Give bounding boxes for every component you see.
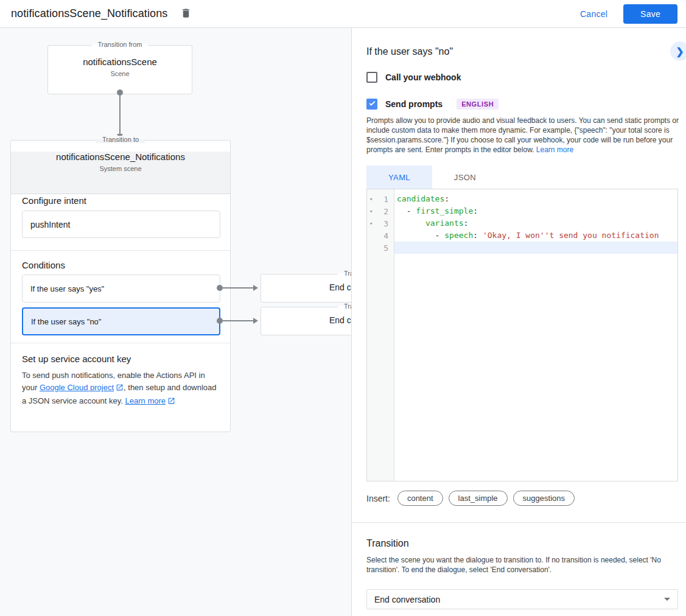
transition-from-box[interactable]: Transition from notificationsScene Scene xyxy=(47,45,192,94)
code-token-key: variants xyxy=(425,219,464,228)
send-prompts-checkbox-row[interactable]: Send prompts ENGLISH xyxy=(366,99,499,110)
line-number: 3 xyxy=(383,219,388,228)
end-conversation-box-yes[interactable]: Transition to End conversation xyxy=(261,274,352,303)
code-token-key: first_simple xyxy=(416,206,473,215)
editor-format-tabs: YAML JSON xyxy=(366,166,498,189)
connector-line xyxy=(119,95,121,134)
page-title: notificationsScene_Notifications xyxy=(11,7,167,20)
transition-to-legend: Transition to xyxy=(96,136,145,143)
connector-dot xyxy=(217,318,223,324)
from-scene-type: Scene xyxy=(48,70,192,77)
code-token-plain: : xyxy=(464,219,469,228)
cancel-button[interactable]: Cancel xyxy=(580,9,607,19)
transition-from-legend: Transition from xyxy=(92,41,149,48)
connector-line xyxy=(223,287,253,289)
code-line-active[interactable] xyxy=(394,242,677,254)
arrow-right-icon xyxy=(253,285,258,291)
code-token-string: 'Okay, I won''t send you notification xyxy=(483,231,659,240)
header: notificationsScene_Notifications Cancel … xyxy=(0,0,686,28)
to-scene-type: System scene xyxy=(11,165,230,172)
trash-icon xyxy=(180,7,192,21)
language-badge: ENGLISH xyxy=(457,99,499,110)
collapse-panel-button[interactable]: ❯ xyxy=(670,41,686,61)
gutter-line-3[interactable]: ▾3 xyxy=(367,217,394,229)
from-scene-name: notificationsScene xyxy=(48,57,192,67)
webhook-label: Call your webhook xyxy=(385,72,461,82)
to-box-header[interactable]: notificationsScene_Notifications System … xyxy=(11,152,230,194)
code-token-plain xyxy=(397,219,425,228)
end-box-legend: Transition to xyxy=(338,270,352,277)
send-prompts-checkbox[interactable] xyxy=(366,99,377,110)
code-line[interactable]: variants: xyxy=(394,217,677,229)
transition-description: Select the scene you want the dialogue t… xyxy=(366,555,679,575)
panel-title: If the user says "no" xyxy=(366,46,453,57)
line-number: 2 xyxy=(383,207,388,216)
scene-diagram-canvas: Transition from notificationsScene Scene… xyxy=(0,28,352,616)
end-conversation-box-no[interactable]: Transition to End conversation xyxy=(261,307,352,335)
delete-scene-button[interactable] xyxy=(177,5,194,23)
fold-arrow-icon[interactable]: ▾ xyxy=(369,208,373,214)
end-box-legend: Transition to xyxy=(338,303,352,310)
gutter-line-5: 5 xyxy=(367,242,394,254)
code-line[interactable]: - speech: 'Okay, I won''t send you notif… xyxy=(394,229,677,242)
connector-line xyxy=(223,320,253,321)
prompts-learn-more-link[interactable]: Learn more xyxy=(536,145,573,154)
code-editor[interactable]: ▾1▾2▾345 candidates: - first_simple: var… xyxy=(366,189,678,481)
code-token-plain: : xyxy=(473,206,478,215)
code-token-plain: - xyxy=(397,206,416,215)
webhook-checkbox[interactable] xyxy=(366,72,377,83)
section-divider xyxy=(11,343,230,343)
line-number: 1 xyxy=(383,195,388,204)
end-box-title: End conversation xyxy=(261,282,352,292)
configure-intent-heading: Configure intent xyxy=(22,195,86,206)
scene-editor-app: notificationsScene_Notifications Cancel … xyxy=(0,0,686,616)
code-token-plain: : xyxy=(444,194,449,203)
external-link-icon xyxy=(116,383,124,395)
conditions-heading: Conditions xyxy=(22,260,65,270)
transition-to-box: Transition to notificationsScene_Notific… xyxy=(10,140,231,432)
service-account-heading: Set up service account key xyxy=(22,354,131,364)
code-line[interactable]: candidates: xyxy=(394,193,677,205)
tab-yaml[interactable]: YAML xyxy=(366,166,432,189)
panel-divider xyxy=(352,522,686,523)
insert-row: Insert: content last_simple suggestions xyxy=(366,491,580,506)
transition-heading: Transition xyxy=(366,538,409,549)
save-button[interactable]: Save xyxy=(623,4,677,24)
gutter-line-4: 4 xyxy=(367,229,394,242)
checkmark-icon xyxy=(368,99,376,110)
header-actions: Cancel Save xyxy=(580,4,677,24)
fold-arrow-icon[interactable]: ▾ xyxy=(369,220,373,226)
insert-chip-last-simple[interactable]: last_simple xyxy=(449,491,508,506)
gutter-line-1[interactable]: ▾1 xyxy=(367,193,394,205)
webhook-checkbox-row[interactable]: Call your webhook xyxy=(366,72,461,83)
line-number: 5 xyxy=(383,243,388,253)
line-number: 4 xyxy=(383,231,388,240)
section-divider xyxy=(11,250,230,251)
learn-more-link[interactable]: Learn more xyxy=(125,396,166,405)
condition-detail-panel: If the user says "no" ❯ Call your webhoo… xyxy=(352,28,686,616)
service-account-text: To send push notifications, enable the A… xyxy=(22,369,222,408)
external-link-icon xyxy=(167,396,175,408)
editor-code[interactable]: candidates: - first_simple: variants: - … xyxy=(394,189,677,481)
insert-chip-suggestions[interactable]: suggestions xyxy=(513,491,575,506)
google-cloud-project-link[interactable]: Google Cloud project xyxy=(40,383,114,392)
code-token-key: candidates xyxy=(397,194,444,203)
condition-item-yes[interactable]: If the user says "yes" xyxy=(22,275,220,303)
condition-item-no[interactable]: If the user says "no" xyxy=(22,307,220,335)
insert-label: Insert: xyxy=(366,494,390,503)
intent-item-pushintent[interactable]: pushIntent xyxy=(22,211,220,238)
prompts-description-text: Prompts allow you to provide audio and v… xyxy=(366,116,679,154)
body: Transition from notificationsScene Scene… xyxy=(0,28,686,616)
tab-json[interactable]: JSON xyxy=(432,166,498,189)
dropdown-caret-icon xyxy=(664,598,670,601)
to-scene-name: notificationsScene_Notifications xyxy=(11,152,230,162)
code-token-plain: : xyxy=(473,231,483,240)
code-line[interactable]: - first_simple: xyxy=(394,205,677,217)
gutter-line-2[interactable]: ▾2 xyxy=(367,205,394,217)
fold-arrow-icon[interactable]: ▾ xyxy=(369,196,373,202)
transition-select[interactable]: End conversation xyxy=(366,589,678,609)
insert-chip-content[interactable]: content xyxy=(397,491,443,506)
editor-gutter: ▾1▾2▾345 xyxy=(367,189,394,481)
send-prompts-label: Send prompts xyxy=(385,99,443,109)
code-token-key: speech xyxy=(444,231,473,240)
